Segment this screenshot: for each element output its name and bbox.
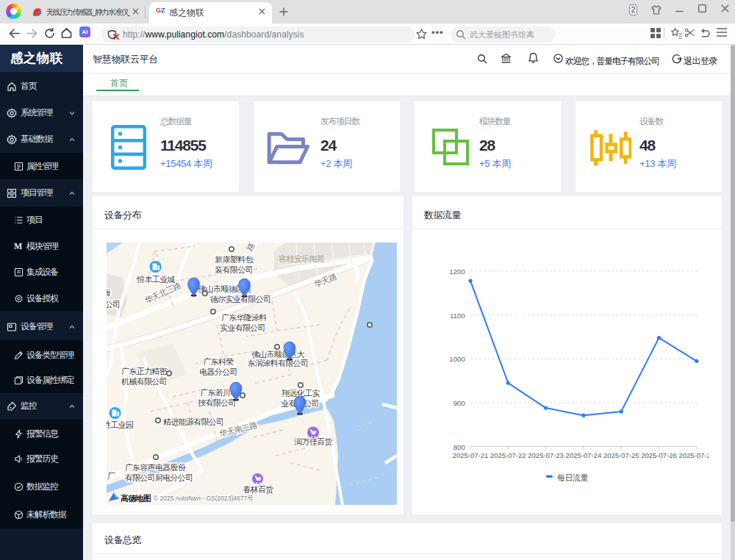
svg-text:每日流量: 每日流量 (557, 473, 589, 482)
svg-text:新康塑料包: 新康塑料包 (215, 255, 254, 264)
svg-text:技有限公司: 技有限公司 (198, 398, 236, 407)
svg-text:机械有限公司: 机械有限公司 (121, 377, 167, 386)
svg-text:佛山市顺德区大: 佛山市顺德区大 (251, 350, 305, 359)
svg-text:厂: 厂 (107, 472, 115, 481)
svg-text:胜工业园: 胜工业园 (107, 420, 133, 429)
svg-text:恒丰工业城: 恒丰工业城 (136, 275, 175, 284)
svg-text:广东正力精密: 广东正力精密 (121, 367, 168, 376)
svg-text:装有限公司: 装有限公司 (215, 265, 253, 274)
svg-text:有限公司厨电分公司: 有限公司厨电分公司 (125, 473, 193, 482)
svg-text:实业有限公司: 实业有限公司 (220, 323, 265, 332)
svg-text:2025-07-21: 2025-07-21 (453, 451, 489, 459)
svg-text:东润涂料有限公司: 东润涂料有限公司 (248, 359, 308, 367)
svg-text:精进能源有限公司: 精进能源有限公司 (162, 417, 223, 426)
svg-text:© 2025 AutoNavi - GS(2023)4677: © 2025 AutoNavi - GS(2023)4677号 (154, 495, 254, 502)
svg-text:德尔实业有限公司: 德尔实业有限公司 (210, 295, 270, 304)
svg-text:海: 海 (107, 288, 111, 297)
svg-text:1200: 1200 (449, 268, 465, 276)
svg-text:2025-07-27: 2025-07-27 (678, 451, 709, 459)
svg-text:2025-07-24: 2025-07-24 (566, 451, 602, 459)
svg-text:高德地图: 高德地图 (121, 494, 151, 503)
svg-text:广东容声电器股份: 广东容声电器股份 (125, 463, 186, 472)
svg-text:900: 900 (453, 399, 466, 407)
svg-text:1100: 1100 (450, 312, 466, 320)
svg-text:2025-07-23: 2025-07-23 (528, 451, 564, 459)
svg-text:广东华隆涂料: 广东华隆涂料 (221, 313, 268, 322)
svg-text:广东科荣: 广东科荣 (203, 357, 234, 366)
svg-text:春林百货: 春林百货 (243, 485, 273, 494)
svg-text:容桂安乐阅苑: 容桂安乐阅苑 (279, 254, 325, 263)
svg-text:2025-07-26: 2025-07-26 (641, 451, 677, 459)
svg-text:公司: 公司 (107, 300, 120, 309)
svg-text:2025-07-25: 2025-07-25 (603, 451, 639, 459)
svg-text:润万佳百货: 润万佳百货 (294, 437, 332, 446)
svg-text:800: 800 (453, 443, 466, 451)
svg-text:1000: 1000 (449, 355, 465, 363)
svg-text:2025-07-22: 2025-07-22 (490, 451, 526, 459)
svg-text:电器分公司: 电器分公司 (199, 367, 237, 376)
